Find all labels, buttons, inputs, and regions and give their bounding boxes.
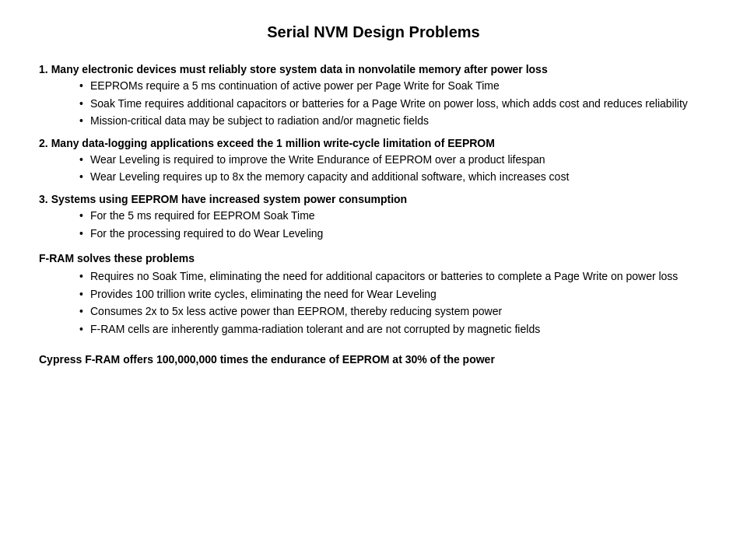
section-1-heading-text: Many electronic devices must reliably st…: [51, 63, 548, 75]
fram-heading: F-RAM solves these problems: [39, 252, 708, 264]
section-3: 3. Systems using EEPROM have increased s…: [39, 193, 708, 241]
section-1-number: 1.: [39, 63, 48, 75]
final-statement: Cypress F-RAM offers 100,000,000 times t…: [39, 352, 708, 368]
list-item: For the processing required to do Wear L…: [79, 226, 708, 242]
section-1-heading: 1. Many electronic devices must reliably…: [39, 63, 708, 75]
fram-bullets: Requires no Soak Time, eliminating the n…: [39, 269, 708, 337]
section-3-heading-text: Systems using EEPROM have increased syst…: [51, 193, 407, 205]
list-item: Provides 100 trillion write cycles, elim…: [79, 287, 708, 303]
list-item: Wear Leveling requires up to 8x the memo…: [79, 170, 708, 185]
list-item: Consumes 2x to 5x less active power than…: [79, 304, 708, 320]
list-item: Wear Leveling is required to improve the…: [79, 152, 708, 168]
list-item: For the 5 ms required for EEPROM Soak Ti…: [79, 208, 708, 224]
section-3-number: 3.: [39, 193, 48, 205]
list-item: Requires no Soak Time, eliminating the n…: [79, 269, 708, 285]
list-item: F-RAM cells are inherently gamma-radiati…: [79, 322, 708, 338]
section-2-bullets: Wear Leveling is required to improve the…: [39, 152, 708, 185]
section-3-heading: 3. Systems using EEPROM have increased s…: [39, 193, 708, 205]
section-3-bullets: For the 5 ms required for EEPROM Soak Ti…: [39, 208, 708, 241]
list-item: Mission-critical data may be subject to …: [79, 114, 708, 129]
section-2-heading: 2. Many data-logging applications exceed…: [39, 137, 708, 149]
section-1: 1. Many electronic devices must reliably…: [39, 63, 708, 129]
main-content: 1. Many electronic devices must reliably…: [31, 63, 716, 368]
list-item: Soak Time requires additional capacitors…: [79, 96, 708, 112]
section-1-bullets: EEPROMs require a 5 ms continuation of a…: [39, 79, 708, 129]
fram-section: F-RAM solves these problems Requires no …: [39, 252, 708, 337]
list-item: EEPROMs require a 5 ms continuation of a…: [79, 79, 708, 94]
section-2-heading-text: Many data-logging applications exceed th…: [51, 137, 495, 149]
page-title: Serial NVM Design Problems: [31, 23, 716, 41]
section-2-number: 2.: [39, 137, 48, 149]
section-2: 2. Many data-logging applications exceed…: [39, 137, 708, 185]
